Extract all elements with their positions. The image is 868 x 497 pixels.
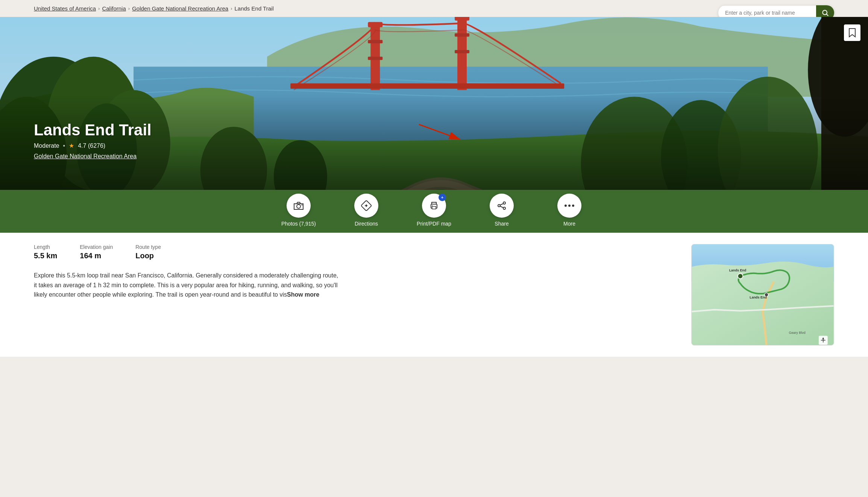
- svg-line-1: [827, 14, 829, 16]
- share-label: Share: [495, 221, 508, 227]
- svg-point-42: [737, 273, 743, 279]
- svg-rect-9: [455, 17, 469, 21]
- action-photos[interactable]: Photos (7,915): [265, 194, 332, 227]
- breadcrumb-sep-1: ›: [98, 6, 100, 11]
- hero-section: Lands End Trail Moderate • ★ 4.7 (6276) …: [0, 17, 868, 190]
- directions-button[interactable]: [354, 194, 378, 218]
- elevation-label: Elevation gain: [80, 244, 113, 250]
- breadcrumb-california[interactable]: California: [102, 5, 126, 12]
- svg-text:Lands End: Lands End: [729, 268, 747, 272]
- breadcrumb-sep-3: ›: [231, 6, 232, 11]
- svg-text:Geary Blvd: Geary Blvd: [789, 331, 805, 335]
- breadcrumb-usa[interactable]: United States of America: [34, 5, 96, 12]
- map-svg: Geary Blvd Lands End Lands End: [692, 244, 834, 345]
- rating-value: 4.7 (6276): [78, 142, 105, 149]
- meta-dot: •: [63, 142, 65, 149]
- svg-rect-7: [368, 57, 382, 60]
- print-icon: [429, 201, 439, 211]
- elevation-value: 164 m: [80, 252, 113, 260]
- print-label: Print/PDF map: [417, 221, 451, 227]
- breadcrumb-sep-2: ›: [128, 6, 130, 11]
- svg-line-36: [500, 206, 504, 208]
- camera-icon: [293, 201, 304, 210]
- length-label: Length: [34, 244, 57, 250]
- svg-point-37: [565, 205, 567, 207]
- svg-text:Lands End: Lands End: [750, 295, 767, 299]
- svg-point-34: [503, 207, 505, 209]
- review-count: 6276: [90, 142, 103, 149]
- trail-details: Length 5.5 km Elevation gain 164 m Route…: [34, 244, 676, 345]
- svg-point-33: [498, 205, 500, 207]
- map-thumbnail[interactable]: Geary Blvd Lands End Lands End: [691, 244, 834, 345]
- share-icon: [497, 201, 507, 211]
- actions-bar: Photos (7,915) Directions + Print/PDF ma…: [0, 190, 868, 233]
- bookmark-button[interactable]: [844, 24, 860, 41]
- svg-rect-10: [455, 33, 469, 37]
- trail-title: Lands End Trail: [34, 121, 152, 139]
- share-button[interactable]: [490, 194, 514, 218]
- search-icon: [821, 9, 829, 17]
- more-label: More: [563, 221, 575, 227]
- length-value: 5.5 km: [34, 252, 57, 260]
- stat-route: Route type Loop: [135, 244, 161, 260]
- svg-point-27: [302, 205, 303, 206]
- action-more[interactable]: More: [536, 194, 603, 227]
- breadcrumb: United States of America › California › …: [34, 5, 834, 12]
- svg-point-0: [822, 10, 827, 15]
- route-value: Loop: [135, 252, 161, 260]
- svg-point-39: [572, 205, 574, 207]
- main-content: Length 5.5 km Elevation gain 164 m Route…: [0, 233, 868, 357]
- svg-line-35: [500, 204, 504, 205]
- map-inner: Geary Blvd Lands End Lands End: [692, 244, 834, 345]
- more-button[interactable]: [557, 194, 581, 218]
- breadcrumb-park[interactable]: Golden Gate National Recreation Area: [132, 5, 228, 12]
- action-share[interactable]: Share: [468, 194, 536, 227]
- trail-description: Explore this 5.5-km loop trail near San …: [34, 271, 342, 300]
- park-link[interactable]: Golden Gate National Recreation Area: [34, 153, 152, 160]
- action-directions[interactable]: Directions: [332, 194, 400, 227]
- review-count-wrap: (6276): [88, 142, 105, 149]
- print-button[interactable]: +: [422, 194, 446, 218]
- breadcrumb-current: Lands End Trail: [235, 5, 274, 12]
- directions-label: Directions: [355, 221, 378, 227]
- svg-point-32: [503, 202, 505, 204]
- more-icon: [564, 204, 575, 207]
- stats-row: Length 5.5 km Elevation gain 164 m Route…: [34, 244, 676, 260]
- svg-point-38: [568, 205, 571, 207]
- print-badge: +: [439, 194, 446, 201]
- show-more-link[interactable]: Show more: [287, 291, 319, 298]
- top-nav: United States of America › California › …: [0, 0, 868, 17]
- stat-elevation: Elevation gain 164 m: [80, 244, 113, 260]
- route-label: Route type: [135, 244, 161, 250]
- trail-meta: Moderate • ★ 4.7 (6276): [34, 142, 152, 149]
- svg-rect-30: [432, 206, 436, 209]
- star-icon: ★: [69, 142, 74, 149]
- directions-icon: [361, 200, 372, 211]
- svg-point-31: [432, 205, 433, 206]
- bookmark-icon: [848, 28, 856, 38]
- photos-label: Photos (7,915): [281, 221, 316, 227]
- trail-info: Lands End Trail Moderate • ★ 4.7 (6276) …: [34, 121, 152, 160]
- svg-rect-6: [368, 40, 382, 43]
- action-print[interactable]: + Print/PDF map: [400, 194, 468, 227]
- svg-point-26: [297, 205, 300, 208]
- svg-rect-12: [290, 83, 564, 89]
- svg-rect-8: [457, 17, 467, 90]
- photos-button[interactable]: [287, 194, 311, 218]
- svg-rect-11: [455, 50, 469, 53]
- difficulty-label: Moderate: [34, 142, 59, 149]
- stat-length: Length 5.5 km: [34, 244, 57, 260]
